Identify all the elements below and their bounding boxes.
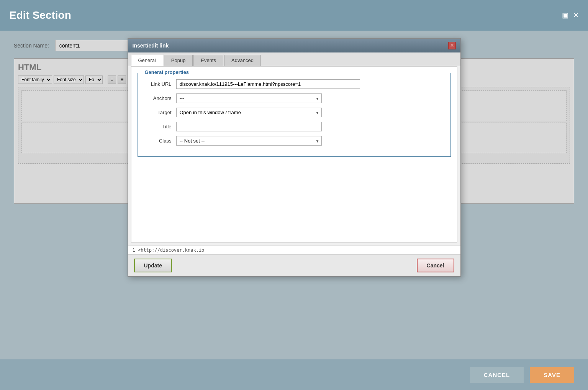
title-bar-icons: ▣ ✕ — [562, 11, 579, 20]
modal-close-button[interactable]: ✕ — [448, 42, 456, 49]
outer-window: Edit Section ▣ ✕ Section Name: Segmentat… — [0, 0, 588, 390]
target-select[interactable]: Open in this window / frame Open in new … — [176, 108, 322, 117]
modal-title: Insert/edit link — [133, 43, 169, 49]
target-select-wrapper: Open in this window / frame Open in new … — [176, 108, 322, 117]
title-row: Title — [146, 122, 443, 131]
restore-icon[interactable]: ▣ — [562, 11, 568, 20]
window-title: Edit Section — [9, 9, 71, 21]
update-button[interactable]: Update — [134, 259, 172, 272]
target-row: Target Open in this window / frame Open … — [146, 108, 443, 117]
class-select[interactable]: -- Not set -- — [176, 136, 322, 146]
modal-cancel-button[interactable]: Cancel — [417, 259, 454, 272]
title-label: Title — [146, 124, 176, 129]
title-input[interactable] — [176, 122, 322, 131]
cancel-button[interactable]: CANCEL — [470, 367, 524, 383]
modal-dialog: Insert/edit link ✕ General Popup Events … — [128, 38, 461, 277]
anchors-select-wrapper: --- ▼ — [176, 93, 322, 103]
anchors-label: Anchors — [146, 95, 176, 101]
anchors-select[interactable]: --- — [176, 93, 322, 103]
tab-advanced[interactable]: Advanced — [224, 55, 261, 66]
general-props-box: General properties Link URL Anchors --- — [138, 73, 451, 157]
link-url-row: Link URL — [146, 79, 443, 89]
class-row: Class -- Not set -- ▼ — [146, 136, 443, 146]
modal-body: General properties Link URL Anchors --- — [131, 66, 457, 243]
title-bar: Edit Section ▣ ✕ — [0, 0, 588, 31]
target-label: Target — [146, 110, 176, 115]
tab-general[interactable]: General — [131, 55, 163, 66]
class-select-wrapper: -- Not set -- ▼ — [176, 136, 322, 146]
modal-footer: Update Cancel — [128, 254, 460, 276]
link-url-input[interactable] — [176, 79, 360, 89]
bottom-bar: CANCEL SAVE — [0, 359, 588, 390]
modal-titlebar: Insert/edit link ✕ — [128, 39, 460, 52]
link-url-label: Link URL — [146, 81, 176, 87]
main-content: Section Name: Segmentation: None HTML Fo… — [0, 31, 588, 359]
modal-overlay: Insert/edit link ✕ General Popup Events … — [0, 31, 588, 359]
anchors-row: Anchors --- ▼ — [146, 93, 443, 103]
tab-popup[interactable]: Popup — [164, 55, 193, 66]
modal-status-bar: 1 <http://discover.knak.io — [128, 246, 460, 254]
save-button[interactable]: SAVE — [530, 367, 574, 383]
close-icon[interactable]: ✕ — [573, 11, 579, 20]
modal-tabs: General Popup Events Advanced — [128, 52, 460, 66]
tab-events[interactable]: Events — [193, 55, 223, 66]
class-label: Class — [146, 138, 176, 144]
general-props-legend: General properties — [142, 69, 192, 75]
